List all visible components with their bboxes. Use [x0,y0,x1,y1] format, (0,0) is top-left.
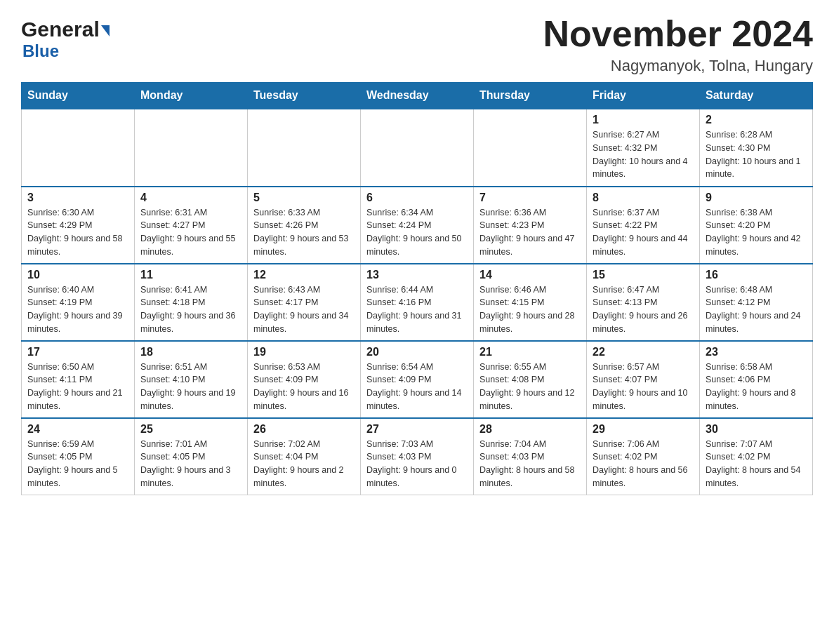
table-row: 18Sunrise: 6:51 AMSunset: 4:10 PMDayligh… [135,341,248,418]
day-number: 9 [706,192,807,204]
title-area: November 2024 Nagymanyok, Tolna, Hungary [543,14,813,75]
day-info: Sunrise: 6:28 AMSunset: 4:30 PMDaylight:… [706,128,807,181]
day-info: Sunrise: 7:04 AMSunset: 4:03 PMDaylight:… [479,438,581,490]
table-row: 6Sunrise: 6:34 AMSunset: 4:24 PMDaylight… [361,187,474,264]
day-number: 18 [140,346,241,358]
table-row: 23Sunrise: 6:58 AMSunset: 4:06 PMDayligh… [700,341,813,418]
day-number: 17 [27,346,128,358]
header-friday: Friday [587,82,700,109]
day-info: Sunrise: 6:50 AMSunset: 4:11 PMDaylight:… [27,361,128,413]
day-info: Sunrise: 6:54 AMSunset: 4:09 PMDaylight:… [366,361,468,413]
day-number: 2 [706,114,807,126]
day-info: Sunrise: 7:06 AMSunset: 4:02 PMDaylight:… [593,438,694,490]
day-number: 6 [366,192,468,204]
table-row: 8Sunrise: 6:37 AMSunset: 4:22 PMDaylight… [587,187,700,264]
table-row: 4Sunrise: 6:31 AMSunset: 4:27 PMDaylight… [135,187,248,264]
header-sunday: Sunday [22,82,135,109]
day-number: 12 [253,269,355,281]
calendar-week-row: 17Sunrise: 6:50 AMSunset: 4:11 PMDayligh… [22,341,813,418]
day-info: Sunrise: 7:03 AMSunset: 4:03 PMDaylight:… [366,438,468,490]
day-info: Sunrise: 6:53 AMSunset: 4:09 PMDaylight:… [253,361,355,413]
day-number: 8 [593,192,694,204]
day-info: Sunrise: 6:27 AMSunset: 4:32 PMDaylight:… [593,128,694,181]
table-row: 5Sunrise: 6:33 AMSunset: 4:26 PMDaylight… [248,187,361,264]
day-info: Sunrise: 6:43 AMSunset: 4:17 PMDaylight:… [253,283,355,336]
day-info: Sunrise: 6:59 AMSunset: 4:05 PMDaylight:… [27,438,128,490]
calendar-table: Sunday Monday Tuesday Wednesday Thursday… [21,82,813,495]
day-info: Sunrise: 6:41 AMSunset: 4:18 PMDaylight:… [140,283,241,336]
day-number: 30 [706,423,807,436]
day-info: Sunrise: 6:33 AMSunset: 4:26 PMDaylight:… [253,206,355,259]
day-info: Sunrise: 7:07 AMSunset: 4:02 PMDaylight:… [706,438,807,490]
table-row: 1Sunrise: 6:27 AMSunset: 4:32 PMDaylight… [587,109,700,187]
day-number: 26 [253,423,355,436]
table-row: 14Sunrise: 6:46 AMSunset: 4:15 PMDayligh… [474,264,587,341]
table-row: 24Sunrise: 6:59 AMSunset: 4:05 PMDayligh… [22,418,135,495]
day-number: 22 [593,346,694,358]
table-row [135,109,248,187]
table-row: 27Sunrise: 7:03 AMSunset: 4:03 PMDayligh… [361,418,474,495]
day-info: Sunrise: 6:44 AMSunset: 4:16 PMDaylight:… [366,283,468,336]
day-info: Sunrise: 7:01 AMSunset: 4:05 PMDaylight:… [140,438,241,490]
table-row: 29Sunrise: 7:06 AMSunset: 4:02 PMDayligh… [587,418,700,495]
table-row [22,109,135,187]
day-info: Sunrise: 6:46 AMSunset: 4:15 PMDaylight:… [479,283,581,336]
table-row [474,109,587,187]
table-row: 2Sunrise: 6:28 AMSunset: 4:30 PMDaylight… [700,109,813,187]
day-info: Sunrise: 6:57 AMSunset: 4:07 PMDaylight:… [593,361,694,413]
day-number: 25 [140,423,241,436]
header-wednesday: Wednesday [361,82,474,109]
table-row: 12Sunrise: 6:43 AMSunset: 4:17 PMDayligh… [248,264,361,341]
table-row: 20Sunrise: 6:54 AMSunset: 4:09 PMDayligh… [361,341,474,418]
day-number: 14 [479,269,581,281]
day-number: 16 [706,269,807,281]
table-row: 19Sunrise: 6:53 AMSunset: 4:09 PMDayligh… [248,341,361,418]
day-info: Sunrise: 6:40 AMSunset: 4:19 PMDaylight:… [27,283,128,336]
day-info: Sunrise: 6:51 AMSunset: 4:10 PMDaylight:… [140,361,241,413]
table-row: 9Sunrise: 6:38 AMSunset: 4:20 PMDaylight… [700,187,813,264]
day-info: Sunrise: 6:48 AMSunset: 4:12 PMDaylight:… [706,283,807,336]
table-row [248,109,361,187]
location-title: Nagymanyok, Tolna, Hungary [543,57,813,75]
day-info: Sunrise: 6:30 AMSunset: 4:29 PMDaylight:… [27,206,128,259]
table-row: 28Sunrise: 7:04 AMSunset: 4:03 PMDayligh… [474,418,587,495]
header-thursday: Thursday [474,82,587,109]
calendar-week-row: 10Sunrise: 6:40 AMSunset: 4:19 PMDayligh… [22,264,813,341]
day-number: 10 [27,269,128,281]
logo-blue-text: Blue [21,41,59,61]
day-info: Sunrise: 6:34 AMSunset: 4:24 PMDaylight:… [366,206,468,259]
table-row: 3Sunrise: 6:30 AMSunset: 4:29 PMDaylight… [22,187,135,264]
table-row: 11Sunrise: 6:41 AMSunset: 4:18 PMDayligh… [135,264,248,341]
table-row: 26Sunrise: 7:02 AMSunset: 4:04 PMDayligh… [248,418,361,495]
day-info: Sunrise: 6:36 AMSunset: 4:23 PMDaylight:… [479,206,581,259]
day-number: 19 [253,346,355,358]
table-row: 22Sunrise: 6:57 AMSunset: 4:07 PMDayligh… [587,341,700,418]
header-monday: Monday [135,82,248,109]
logo: General Blue [21,14,110,61]
day-number: 4 [140,192,241,204]
day-number: 11 [140,269,241,281]
day-number: 1 [593,114,694,126]
day-info: Sunrise: 6:31 AMSunset: 4:27 PMDaylight:… [140,206,241,259]
logo-triangle-icon [101,25,110,36]
day-info: Sunrise: 6:58 AMSunset: 4:06 PMDaylight:… [706,361,807,413]
day-info: Sunrise: 6:38 AMSunset: 4:20 PMDaylight:… [706,206,807,259]
table-row [361,109,474,187]
table-row: 30Sunrise: 7:07 AMSunset: 4:02 PMDayligh… [700,418,813,495]
day-info: Sunrise: 6:47 AMSunset: 4:13 PMDaylight:… [593,283,694,336]
day-info: Sunrise: 7:02 AMSunset: 4:04 PMDaylight:… [253,438,355,490]
calendar-week-row: 3Sunrise: 6:30 AMSunset: 4:29 PMDaylight… [22,187,813,264]
day-number: 24 [27,423,128,436]
days-header-row: Sunday Monday Tuesday Wednesday Thursday… [22,82,813,109]
table-row: 15Sunrise: 6:47 AMSunset: 4:13 PMDayligh… [587,264,700,341]
day-number: 15 [593,269,694,281]
day-number: 5 [253,192,355,204]
table-row: 13Sunrise: 6:44 AMSunset: 4:16 PMDayligh… [361,264,474,341]
header-saturday: Saturday [700,82,813,109]
day-info: Sunrise: 6:37 AMSunset: 4:22 PMDaylight:… [593,206,694,259]
day-number: 3 [27,192,128,204]
day-number: 27 [366,423,468,436]
calendar-week-row: 24Sunrise: 6:59 AMSunset: 4:05 PMDayligh… [22,418,813,495]
table-row: 10Sunrise: 6:40 AMSunset: 4:19 PMDayligh… [22,264,135,341]
day-number: 7 [479,192,581,204]
